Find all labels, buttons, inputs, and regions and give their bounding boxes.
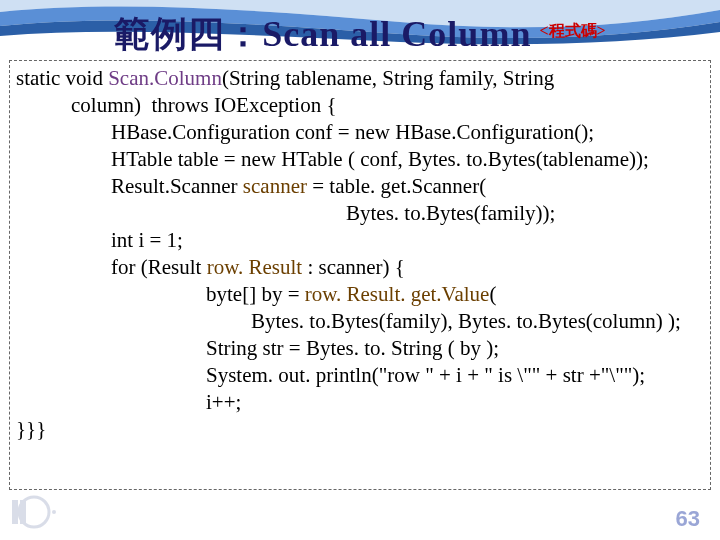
code-line: Result.Scanner scanner = table. get.Scan… bbox=[16, 173, 704, 200]
slide-title: 範例四：Scan all Column bbox=[114, 10, 531, 59]
code-line: static void Scan.Column(String tablename… bbox=[16, 65, 704, 92]
code-line: for (Result row. Result : scanner) { bbox=[16, 254, 704, 281]
slide-title-row: 範例四：Scan all Column <程式碼> bbox=[0, 10, 720, 59]
slide-title-en: Scan all Column bbox=[262, 14, 531, 54]
code-line: }}} bbox=[16, 416, 704, 443]
footer-logo bbox=[6, 490, 76, 534]
svg-rect-1 bbox=[12, 500, 18, 524]
code-line: int i = 1; bbox=[16, 227, 704, 254]
code-line: Bytes. to.Bytes(family)); bbox=[16, 200, 704, 227]
slide-tag: <程式碼> bbox=[539, 21, 605, 42]
slide-title-cjk: 範例四： bbox=[114, 14, 262, 54]
svg-rect-2 bbox=[20, 500, 26, 524]
code-line: Bytes. to.Bytes(family), Bytes. to.Bytes… bbox=[16, 308, 704, 335]
code-line: String str = Bytes. to. String ( by ); bbox=[16, 335, 704, 362]
code-line: HBase.Configuration conf = new HBase.Con… bbox=[16, 119, 704, 146]
code-block: static void Scan.Column(String tablename… bbox=[9, 60, 711, 490]
code-line: System. out. println("row " + i + " is \… bbox=[16, 362, 704, 389]
svg-point-3 bbox=[52, 510, 56, 514]
code-line: i++; bbox=[16, 389, 704, 416]
code-line: byte[] by = row. Result. get.Value( bbox=[16, 281, 704, 308]
code-line: column) throws IOException { bbox=[16, 92, 704, 119]
code-line: HTable table = new HTable ( conf, Bytes.… bbox=[16, 146, 704, 173]
page-number: 63 bbox=[676, 506, 700, 532]
